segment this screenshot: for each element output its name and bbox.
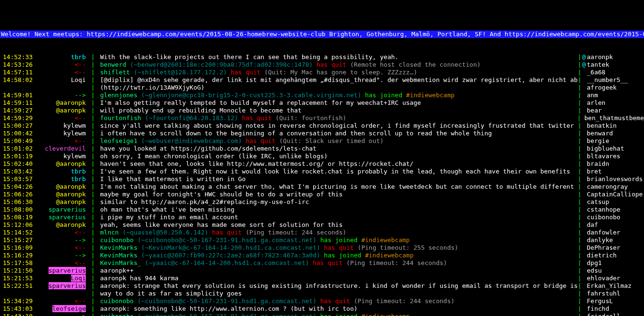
nicklist-item[interactable]: |CaptainCalliope [577, 191, 644, 198]
nick-list[interactable]: |@aaronpk|@tantek|_6a68|__number5__|afro… [577, 53, 644, 316]
nicklist-item[interactable]: |fahrstuhl [577, 290, 644, 297]
chat-line: 14:59:11@aaronpk|I'm also getting really… [0, 99, 577, 107]
nicklist-item[interactable]: |bigbluehat [577, 145, 644, 153]
nicklist-item[interactable]: |ehlovader [577, 275, 644, 282]
nicklist-item[interactable]: |cstanhope [577, 206, 644, 214]
nicklist-item[interactable]: |benward [577, 130, 644, 137]
nicklist-item[interactable]: |FergusL [577, 297, 644, 305]
chat-line: 15:00:42kylewm|i often have to scroll do… [0, 130, 577, 137]
nicklist-item[interactable]: |benatkin [577, 122, 644, 130]
chat-line: 15:43:03leofseige|aaronpk: something lik… [0, 305, 577, 313]
chat-line: 15:01:19kylewm|oh sorry, I mean chronolo… [0, 153, 577, 160]
chat-line: 15:00:49<--|leofseige1 (~webuser@indiewe… [0, 137, 577, 145]
chat-buffer[interactable]: 14:52:33tbrb|With the slack-like project… [0, 53, 577, 316]
nicklist-item[interactable]: |friedcell [577, 313, 644, 316]
chat-line: 15:03:57tbrb|I like that mattermost is w… [0, 175, 577, 183]
chat-line: 15:02:40@aaronpk|haven't seen that one, … [0, 160, 577, 168]
nicklist-item[interactable]: |bret [577, 168, 644, 175]
nicklist-item[interactable]: |bltavares [577, 153, 644, 160]
nicklist-item[interactable]: |cuibonobo [577, 214, 644, 221]
nicklist-item[interactable]: |bear [577, 107, 644, 114]
chat-line: 14:57:11<--|shiflett (~shiflett@128.177.… [0, 69, 577, 76]
chat-line: 15:04:26@aaronpk|I'm not talking about m… [0, 183, 577, 191]
nicklist-item[interactable]: |danfowler [577, 229, 644, 236]
nicklist-item[interactable]: |catsup [577, 198, 644, 206]
nicklist-item[interactable]: |@aaronpk [577, 53, 644, 61]
nicklist-item[interactable]: |braidn [577, 160, 644, 168]
nicklist-item[interactable]: |dpg1 [577, 259, 644, 267]
chat-line: 14:58:02Loqi|[@diplix] @nxD4n sehe gerad… [0, 76, 577, 84]
chat-line: 15:16:29-->|KevinMarks (~yaaic@2607:fb90… [0, 252, 577, 259]
chat-line: 15:21:50sparverius|aaronpk++ [0, 267, 577, 275]
nicklist-item[interactable]: |Erkan_Yilmaz [577, 282, 644, 290]
chat-line: 15:14:52<--|mlncn (~quassel@50.250.6.142… [0, 229, 577, 236]
chat-line: 14:59:01-->|glennjones (~glennjone@cpc18… [0, 92, 577, 99]
chat-line: 15:43:10-->|cuibonobo (~cuibonobo@c-50-1… [0, 313, 577, 316]
nicklist-item[interactable]: |ben_thatmustbeme [577, 114, 644, 122]
nicklist-item[interactable]: |finchd [577, 305, 644, 313]
nicklist-item[interactable]: |DePhraser [577, 244, 644, 252]
chat-line: 15:34:29<--|cuibonobo (~cuibonobo@c-50-1… [0, 297, 577, 305]
chat-line: 15:01:02cleverdevil|have you looked at h… [0, 145, 577, 153]
chat-line: 15:08:19sparverius|i pipe my stuff into … [0, 214, 577, 221]
chat-line: 15:08:00sparverius|oh man that's what i'… [0, 206, 577, 214]
nicklist-item[interactable]: |anm [577, 92, 644, 99]
nicklist-item[interactable]: |danlyke [577, 236, 644, 244]
nicklist-item[interactable]: |camerongray [577, 183, 644, 191]
chat-line: 15:06:30@aaronpk|similar to http://aaron… [0, 198, 577, 206]
nicklist-item[interactable]: |afrogeek [577, 84, 644, 92]
chat-line: 15:21:53Loqi|aaronpk has 944 karma [0, 275, 577, 282]
main-area: 14:52:33tbrb|With the slack-like project… [0, 53, 644, 316]
chat-line: 15:16:09<--|KevinMarks (~KevinMark@c-67-… [0, 244, 577, 252]
nicklist-item[interactable]: |@tantek [577, 61, 644, 69]
chat-line: 15:12:06@aaronpk|yeah, seems like everyo… [0, 221, 577, 229]
chat-line: 14:52:33tbrb|With the slack-like project… [0, 53, 577, 61]
chat-line-continuation: |(http://twtr.io/13AW9XjyKoG) [0, 84, 577, 92]
chat-line: 15:03:42tbrb|I've seen a few of them. Ri… [0, 168, 577, 175]
chat-line: 15:06:26@aaronpk|maybe my goal for tonig… [0, 191, 577, 198]
nicklist-item[interactable]: |edsu [577, 267, 644, 275]
chat-line: 15:22:51sparverius|aaronpk: strange that… [0, 282, 577, 290]
chat-line: 14:59:27@aaronpk|will probably end up re… [0, 107, 577, 114]
chat-line-continuation: |way to do it as far as simplicity goes [0, 290, 577, 297]
nicklist-item[interactable]: |daf [577, 221, 644, 229]
chat-line: 14:53:26<--|benwerd (~benwerd@2601:18e:c… [0, 61, 577, 69]
nicklist-item[interactable]: |__number5__ [577, 76, 644, 84]
chat-line: 15:17:58<--|KevinMarks_ (~yaaic@c-67-164… [0, 259, 577, 267]
nicklist-item[interactable]: |brianloveswords [577, 175, 644, 183]
nicklist-item[interactable]: |bergie [577, 137, 644, 145]
nicklist-item[interactable]: |_6a68 [577, 69, 644, 76]
nicklist-item[interactable]: |arlen [577, 99, 644, 107]
nicklist-item[interactable]: |dietrich [577, 252, 644, 259]
chat-line: 14:59:29<--|fourtonfish (~fourtonfi@64.2… [0, 114, 577, 122]
chat-line: 15:00:27kylewm|since y'all were talking … [0, 122, 577, 130]
channel-topic-bar: Welcome! Next meetups: https://indiewebc… [0, 31, 644, 38]
chat-line: 15:15:27-->|cuibonobo (~cuibonobo@c-50-1… [0, 236, 577, 244]
